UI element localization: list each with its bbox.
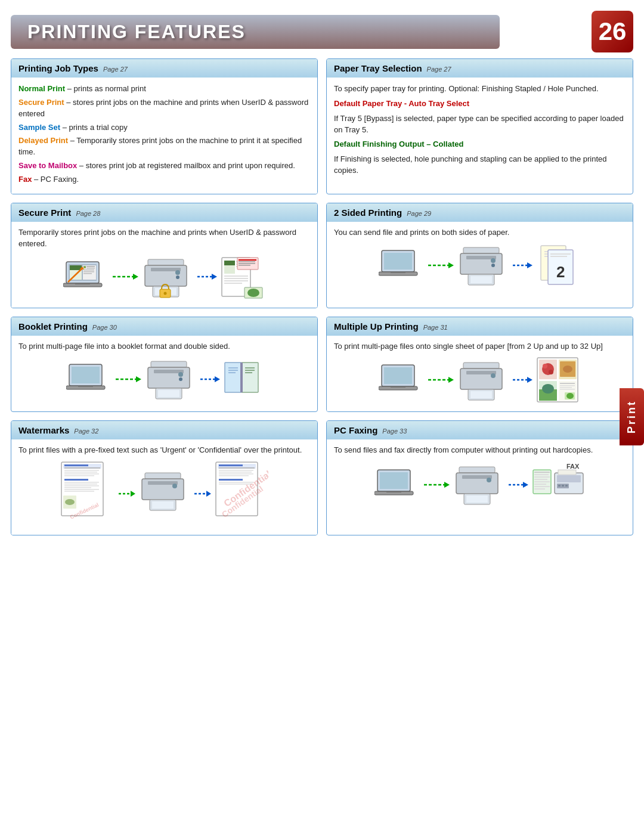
multiple-up-header: Multiple Up Printing Page 31 [327,317,633,336]
svg-rect-137 [64,485,99,487]
save-mailbox-item: Save to Mailbox – stores print job at re… [18,160,310,172]
svg-rect-7 [86,268,95,269]
print-tab: Print [620,388,644,445]
arrow-6 [199,373,220,385]
svg-rect-158 [219,470,253,471]
watermarks-diagram: Confidential [18,456,310,531]
svg-point-22 [175,270,180,275]
arrow-1 [112,271,138,283]
normal-print-label: Normal Print [18,84,65,93]
svg-rect-196 [534,484,546,485]
dashed-arrow-9-icon [117,488,135,500]
laptop-icon-2 [379,248,423,283]
arrow-2 [196,271,217,283]
svg-rect-100 [463,363,499,368]
svg-rect-91 [245,367,255,368]
svg-marker-172 [444,482,450,488]
secure-print-desc: Temporarily stores print jobs on the mac… [18,227,310,250]
svg-rect-193 [534,476,550,478]
svg-rect-132 [64,473,99,475]
booklet-printing-page: Page 30 [92,324,117,331]
fax-output-icon: FAX [532,461,586,509]
secure-print-label: Secure Print [18,98,64,107]
dashed-arrow-3-icon [427,259,454,271]
delayed-print-label: Delayed Print [18,136,68,145]
page-title: PRINTING FEATURES [27,21,483,43]
paper-tray-body: To specify paper tray for printing. Opti… [327,78,633,186]
two-sided-printing-section: 2 Sided Printing Page 29 You can send fi… [326,203,633,308]
printing-job-types-body: Normal Print – prints as normal print Se… [11,78,317,194]
svg-point-105 [491,373,496,378]
default-finishing-text: Default Finishing Output – Collated [334,140,463,148]
svg-rect-86 [242,363,258,392]
svg-rect-5 [83,266,86,268]
watermarks-page: Page 32 [74,428,98,435]
svg-point-112 [549,370,553,374]
two-sided-body: You can send file and prints on both sid… [327,222,633,296]
multiple-up-desc: To print multi-page files onto single sh… [334,340,626,352]
paper-tray-header: Paper Tray Selection Page 27 [327,59,633,78]
svg-rect-177 [466,496,488,503]
secure-print-title: Secure Print [18,208,71,218]
watermarks-desc: To print files with a pre-fixed text suc… [18,444,310,456]
paper-tray-title: Paper Tray Selection [334,63,422,73]
page-number-badge: 26 [592,11,633,52]
svg-rect-159 [219,472,252,473]
default-paper-tray-label: Default Paper Tray - Auto Tray Select [334,98,626,110]
svg-rect-138 [64,487,91,488]
laptop-icon-5 [374,467,419,502]
svg-rect-130 [64,470,99,471]
printer-icon-3 [145,357,196,401]
secure-print-page: Page 28 [76,210,100,217]
svg-rect-162 [219,479,243,481]
svg-rect-156 [219,465,243,466]
multiple-up-section: Multiple Up Printing Page 31 To print mu… [326,317,633,413]
arrow-9 [117,488,135,500]
dashed-arrow-6-icon [199,373,220,385]
svg-point-151 [172,484,177,488]
svg-rect-157 [219,467,255,469]
svg-rect-3 [70,265,82,270]
watermarks-section: Watermarks Page 32 To print files with a… [11,420,318,535]
booklet-diagram [18,352,310,406]
printing-job-types-section: Printing Job Types Page 27 Normal Print … [11,58,318,194]
svg-rect-186 [565,485,568,487]
output-doc-icon [221,255,265,299]
svg-rect-85 [225,363,242,392]
svg-rect-168 [380,472,408,489]
watermarks-header: Watermarks Page 32 [11,421,317,439]
svg-rect-195 [534,481,550,482]
paper-tray-intro: To specify paper tray for printing. Opti… [334,83,626,95]
dashed-arrow-8-icon [512,374,532,386]
normal-print-item: Normal Print – prints as normal print [18,83,310,95]
printer-icon-4 [457,358,508,402]
svg-rect-12 [75,283,90,284]
svg-marker-84 [215,376,220,382]
secure-print-header: Secure Print Page 28 [11,203,317,222]
svg-rect-71 [72,367,100,383]
multiple-up-title: Multiple Up Printing [334,321,419,332]
secure-print-diagram [18,250,310,304]
svg-rect-93 [245,372,252,373]
dashed-arrow-11-icon [423,479,450,491]
svg-rect-160 [219,473,253,475]
svg-rect-8 [83,270,94,271]
svg-rect-161 [219,475,249,476]
laptop-icon [63,259,108,294]
svg-rect-136 [64,484,97,485]
dashed-arrow-4-icon [512,259,532,271]
pc-faxing-diagram: FAX [334,456,626,513]
dashed-arrow-icon [112,271,138,283]
arrow-4 [512,259,532,271]
pc-faxing-body: To send files and fax directly from comp… [327,439,633,517]
svg-rect-104 [470,391,492,398]
svg-marker-145 [131,491,135,497]
arrow-10 [193,488,211,500]
svg-rect-121 [560,385,575,386]
svg-rect-90 [228,372,236,373]
svg-rect-48 [391,272,405,273]
svg-rect-51 [463,247,499,253]
svg-rect-182 [557,475,581,482]
booklet-printing-header: Booklet Printing Page 30 [11,317,317,336]
two-sided-doc-icon: 1 2 [536,243,581,287]
